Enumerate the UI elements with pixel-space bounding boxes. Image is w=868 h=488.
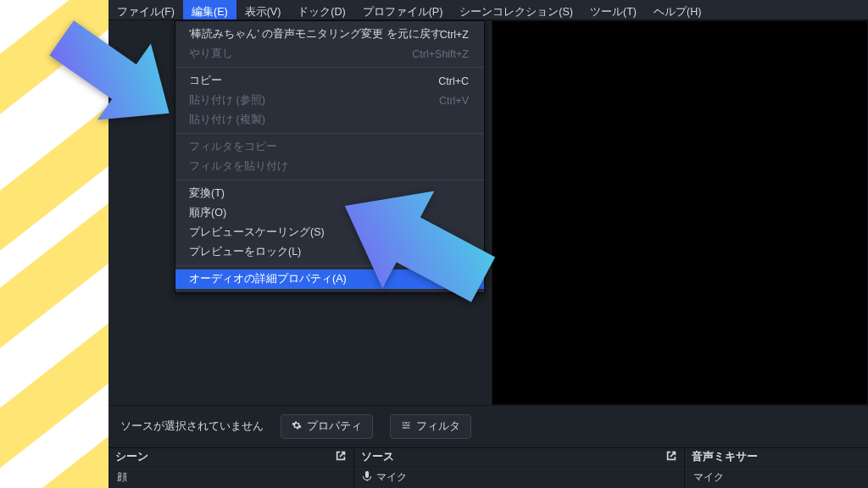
sources-title: ソース	[361, 450, 394, 464]
no-source-label: ソースが選択されていません	[120, 419, 264, 434]
filters-label: フィルタ	[416, 419, 460, 434]
menu-paste-dup[interactable]: 貼り付け (複製)	[175, 110, 484, 130]
popout-icon[interactable]	[335, 450, 347, 464]
filter-icon	[401, 420, 411, 433]
menu-copy-filters[interactable]: フィルタをコピー	[175, 137, 484, 157]
filters-button[interactable]: フィルタ	[390, 414, 471, 439]
source-controls-strip: ソースが選択されていません プロパティ フィルタ	[108, 405, 868, 447]
scenes-panel: シーン 顔	[108, 447, 354, 488]
tutorial-arrow-edit-menu	[25, 0, 195, 148]
mic-icon	[363, 471, 371, 484]
menu-tools[interactable]: ツール(T)	[581, 0, 645, 19]
menu-scenes[interactable]: シーンコレクション(S)	[451, 0, 581, 19]
scenes-title: シーン	[115, 450, 148, 464]
properties-label: プロパティ	[307, 419, 362, 434]
mixer-panel: 音声ミキサー マイク	[685, 447, 868, 488]
menu-redo[interactable]: やり直しCtrl+Shift+Z	[175, 44, 484, 64]
sources-panel: ソース マイク	[354, 447, 685, 488]
menu-copy[interactable]: コピーCtrl+C	[175, 71, 484, 91]
svg-point-0	[405, 422, 407, 424]
sources-list[interactable]: マイク	[354, 467, 684, 488]
properties-button[interactable]: プロパティ	[281, 414, 373, 439]
popout-icon[interactable]	[665, 450, 677, 464]
bottom-panels: シーン 顔 ソース マイク	[108, 447, 868, 488]
menubar: ファイル(F) 編集(E) 表示(V) ドック(D) プロファイル(P) シーン…	[108, 0, 868, 20]
menu-dock[interactable]: ドック(D)	[289, 0, 353, 19]
list-item: マイク	[693, 470, 724, 485]
menu-profile[interactable]: プロファイル(P)	[354, 0, 452, 19]
svg-marker-3	[35, 0, 195, 148]
svg-point-2	[404, 427, 406, 429]
svg-point-1	[408, 424, 409, 426]
gear-icon	[292, 420, 302, 433]
mixer-list[interactable]: マイク	[685, 467, 868, 488]
menu-separator	[175, 67, 484, 68]
mixer-header[interactable]: 音声ミキサー	[685, 448, 868, 467]
mixer-title: 音声ミキサー	[692, 450, 758, 464]
scenes-list[interactable]: 顔	[108, 467, 353, 488]
list-item[interactable]: 顔	[117, 470, 127, 485]
preview-area[interactable]	[492, 20, 868, 405]
menu-undo[interactable]: '棒読みちゃん' の音声モニタリング変更 を元に戻すCtrl+Z	[175, 25, 484, 44]
menu-separator	[175, 133, 484, 134]
menu-paste-ref[interactable]: 貼り付け (参照)Ctrl+V	[175, 91, 484, 110]
menu-help[interactable]: ヘルプ(H)	[645, 0, 709, 19]
list-item[interactable]: マイク	[376, 470, 407, 485]
tutorial-arrow-advanced-audio	[322, 161, 517, 330]
svg-marker-4	[322, 161, 509, 328]
menu-view[interactable]: 表示(V)	[236, 0, 290, 19]
scenes-header[interactable]: シーン	[108, 448, 353, 467]
sources-header[interactable]: ソース	[354, 448, 684, 467]
